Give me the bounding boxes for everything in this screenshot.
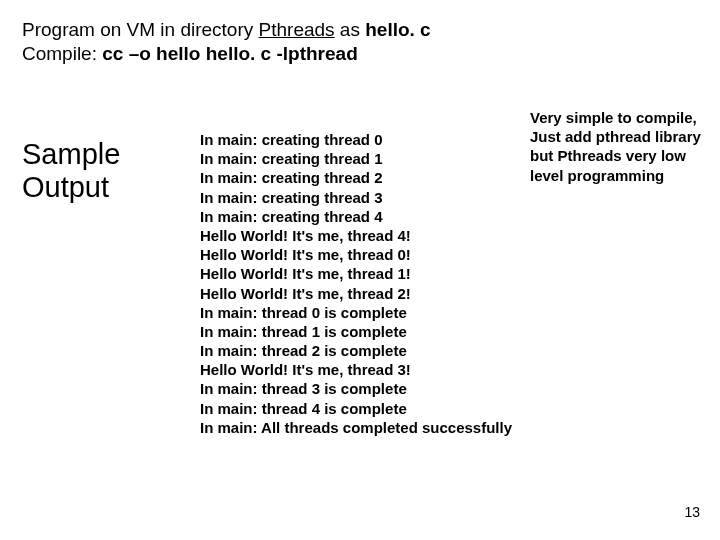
page-number: 13 <box>684 504 700 520</box>
note-line: level programming <box>530 166 701 185</box>
header-dir: Pthreads <box>259 19 335 40</box>
output-line: In main: creating thread 1 <box>200 149 512 168</box>
header-pre1: Program on VM in directory <box>22 19 259 40</box>
note-line: but Pthreads very low <box>530 146 701 165</box>
output-line: In main: thread 4 is complete <box>200 399 512 418</box>
side-note: Very simple to compile, Just add pthread… <box>530 108 701 185</box>
output-line: Hello World! It's me, thread 4! <box>200 226 512 245</box>
header-file: hello. c <box>365 19 430 40</box>
left-title-l2: Output <box>22 171 120 204</box>
output-line: Hello World! It's me, thread 0! <box>200 245 512 264</box>
output-line: Hello World! It's me, thread 1! <box>200 264 512 283</box>
note-line: Just add pthread library <box>530 127 701 146</box>
header-mid1: as <box>335 19 366 40</box>
header-cmd: cc –o hello hello. c -lpthread <box>102 43 358 64</box>
note-line: Very simple to compile, <box>530 108 701 127</box>
output-line: In main: thread 2 is complete <box>200 341 512 360</box>
header-text: Program on VM in directory Pthreads as h… <box>22 18 712 66</box>
output-line: In main: thread 3 is complete <box>200 379 512 398</box>
output-line: Hello World! It's me, thread 3! <box>200 360 512 379</box>
output-line: In main: thread 0 is complete <box>200 303 512 322</box>
left-title-l1: Sample <box>22 138 120 171</box>
output-line: In main: creating thread 4 <box>200 207 512 226</box>
output-line: In main: All threads completed successfu… <box>200 418 512 437</box>
left-title: Sample Output <box>22 138 120 205</box>
output-line: In main: thread 1 is complete <box>200 322 512 341</box>
header-pre2: Compile: <box>22 43 102 64</box>
output-line: In main: creating thread 2 <box>200 168 512 187</box>
slide: Program on VM in directory Pthreads as h… <box>0 0 720 540</box>
output-line: Hello World! It's me, thread 2! <box>200 284 512 303</box>
sample-output: In main: creating thread 0 In main: crea… <box>200 130 512 437</box>
output-line: In main: creating thread 0 <box>200 130 512 149</box>
output-line: In main: creating thread 3 <box>200 188 512 207</box>
